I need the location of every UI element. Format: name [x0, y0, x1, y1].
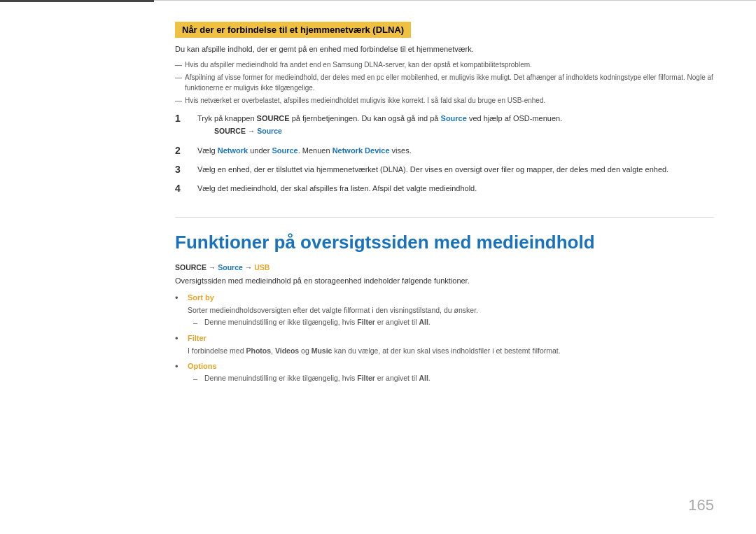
step-2-content: Vælg Network under Source. Menuen Networ…: [197, 145, 714, 157]
options-label: Options: [188, 362, 217, 370]
step-1-bold2: Source: [441, 114, 467, 122]
bullet-dot-1: •: [175, 291, 188, 305]
all-bold-2: All: [419, 374, 428, 382]
step-1-bold1: SOURCE: [257, 114, 290, 122]
step-2-networkdevice: Network Device: [332, 146, 390, 155]
step-1-content: Tryk på knappen SOURCE på fjernbetjening…: [197, 113, 714, 139]
bullet-sort-by-content: Sort by Sorter medieindholdsoversigten e…: [188, 292, 714, 328]
step-1-number: 1: [175, 111, 192, 126]
sort-by-sub-note: – Denne menuindstilling er ikke tilgænge…: [188, 317, 714, 329]
sort-by-label: Sort by: [188, 293, 214, 302]
all-bold-1: All: [419, 318, 428, 326]
step-4: 4 Vælg det medieindhold, der skal afspil…: [175, 183, 714, 196]
dlna-note-1: Hvis du afspiller medieindhold fra andet…: [175, 59, 714, 70]
bullet-dot-2: •: [175, 332, 188, 346]
sub-dash-mark-1: –: [193, 317, 204, 329]
videos-bold: Videos: [275, 346, 299, 355]
options-sub-text: Denne menuindstilling er ikke tilgængeli…: [204, 373, 430, 384]
step-1-source-path: SOURCE → Source: [214, 126, 714, 137]
step-2-source: Source: [272, 146, 298, 155]
bullet-filter-content: Filter I forbindelse med Photos, Videos …: [188, 332, 714, 356]
music-bold: Music: [312, 346, 332, 355]
step-2-text-before: Vælg: [197, 146, 218, 155]
filter-bold-2: Filter: [357, 374, 375, 382]
bullet-sort-by: • Sort by Sorter medieindholdsoversigten…: [175, 292, 714, 328]
functions-source-path: SOURCE → Source → USB: [175, 263, 714, 272]
step-2-text-mid2: . Menuen: [298, 146, 332, 155]
bullet-list: • Sort by Sorter medieindholdsoversigten…: [175, 292, 714, 384]
step-2-text-mid: under: [248, 146, 272, 155]
step-2-number: 2: [175, 143, 192, 158]
functions-section: Funktioner på oversigtssiden med mediein…: [175, 217, 714, 385]
step-2-text-end: vises.: [390, 146, 412, 155]
step-1-text-mid: på fjernbetjeningen. Du kan også gå ind …: [290, 114, 441, 122]
bullet-dot-3: •: [175, 360, 188, 374]
sub-dash-mark-2: –: [193, 373, 204, 385]
source-link2: Source: [218, 263, 243, 272]
source-link: Source: [257, 127, 282, 135]
step-3-number: 3: [175, 162, 192, 177]
source-keyword2: SOURCE: [175, 263, 206, 272]
options-sub-note: – Denne menuindstilling er ikke tilgænge…: [188, 373, 714, 385]
bullet-options-content: Options – Denne menuindstilling er ikke …: [188, 360, 714, 384]
step-1-text-after: ved hjælp af OSD-menuen.: [467, 114, 562, 122]
step-1-text-before: Tryk på knappen: [197, 114, 257, 122]
step-4-content: Vælg det medieindhold, der skal afspille…: [197, 183, 714, 195]
step-3-content: Vælg en enhed, der er tilsluttet via hje…: [197, 164, 714, 176]
dlna-note-2: Afspilning af visse former for medieindh…: [175, 72, 714, 93]
dlna-intro: Du kan afspille indhold, der er gemt på …: [175, 43, 714, 55]
bullet-options: • Options – Denne menuindstilling er ikk…: [175, 360, 714, 384]
dlna-note-3: Hvis netværket er overbelastet, afspille…: [175, 95, 714, 106]
step-3: 3 Vælg en enhed, der er tilsluttet via h…: [175, 164, 714, 177]
sort-by-description: Sorter medieindholdsoversigten efter det…: [188, 305, 714, 316]
filter-label: Filter: [188, 334, 206, 342]
main-content: Når der er forbindelse til et hjemmenetv…: [154, 0, 756, 534]
sort-by-sub-text: Denne menuindstilling er ikke tilgængeli…: [204, 317, 430, 328]
bullet-filter: • Filter I forbindelse med Photos, Video…: [175, 332, 714, 356]
page: Når der er forbindelse til et hjemmenetv…: [0, 0, 756, 534]
sidebar: [0, 0, 154, 534]
steps-list: 1 Tryk på knappen SOURCE på fjernbetjeni…: [175, 113, 714, 196]
filter-description: I forbindelse med Photos, Videos og Musi…: [188, 346, 714, 357]
usb-link: USB: [254, 263, 270, 272]
step-4-number: 4: [175, 181, 192, 196]
functions-intro: Oversigtssiden med medieindhold på en st…: [175, 275, 714, 287]
functions-title: Funktioner på oversigtssiden med mediein…: [175, 232, 714, 253]
step-2-network: Network: [218, 146, 248, 155]
source-keyword: SOURCE: [214, 127, 246, 135]
page-number: 165: [688, 496, 714, 514]
dlna-section: Når der er forbindelse til et hjemmenetv…: [175, 22, 714, 196]
filter-bold-1: Filter: [357, 318, 375, 326]
step-2: 2 Vælg Network under Source. Menuen Netw…: [175, 145, 714, 158]
dlna-title: Når der er forbindelse til et hjemmenetv…: [175, 22, 411, 38]
step-1: 1 Tryk på knappen SOURCE på fjernbetjeni…: [175, 113, 714, 139]
photos-bold: Photos: [246, 346, 271, 355]
